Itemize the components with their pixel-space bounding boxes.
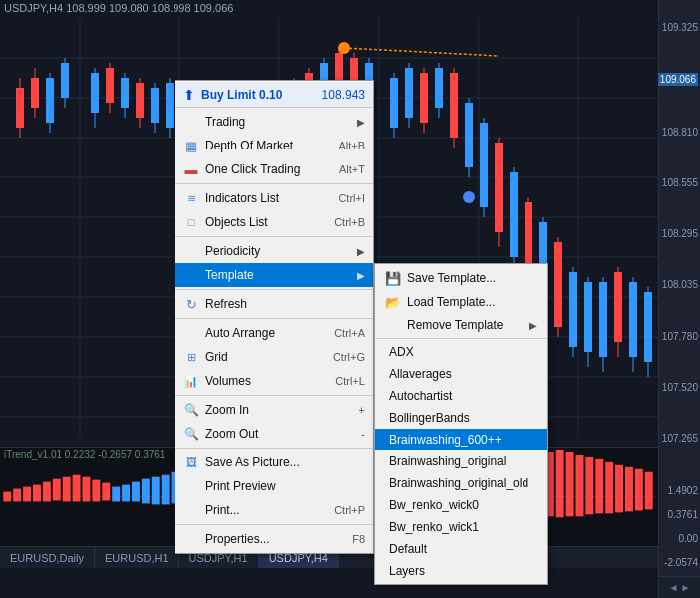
- menu-item-auto-arrange[interactable]: Auto Arrange Ctrl+A: [175, 321, 373, 345]
- menu-item-save-picture[interactable]: 🖼 Save As Picture...: [175, 450, 373, 474]
- submenu-layers[interactable]: Layers: [375, 560, 547, 582]
- svg-rect-96: [629, 282, 637, 357]
- context-menu: ⬆ Buy Limit 0.10 108.943 Trading ▶ ▦ Dep…: [175, 80, 374, 554]
- svg-rect-94: [614, 272, 622, 342]
- remove-template-arrow-icon: ▶: [529, 320, 537, 331]
- menu-item-trading[interactable]: Trading ▶: [175, 110, 373, 134]
- submenu-brainwashing-orig[interactable]: Brainwashing_original: [375, 450, 547, 472]
- svg-rect-115: [152, 477, 160, 505]
- svg-rect-67: [420, 73, 428, 123]
- indicator-axis: 1.4902 0.3761 0.00 -2.0574: [658, 476, 700, 576]
- zoom-in-label: Zoom In: [205, 403, 353, 417]
- print-preview-label: Print Preview: [205, 479, 365, 493]
- menu-item-grid[interactable]: ⊞ Grid Ctrl+G: [175, 345, 373, 369]
- zoom-out-shortcut: -: [361, 428, 365, 440]
- layers-label: Layers: [385, 564, 425, 578]
- ind-price-2: 0.3761: [667, 509, 698, 520]
- properties-label: Properties...: [205, 532, 346, 546]
- depth-icon: ▦: [183, 138, 199, 153]
- menu-item-periodicity[interactable]: Periodicity ▶: [175, 239, 373, 263]
- submenu-adx[interactable]: ADX: [375, 341, 547, 363]
- refresh-label: Refresh: [205, 297, 365, 311]
- grid-icon: ⊞: [183, 349, 199, 365]
- save-picture-icon: 🖼: [183, 454, 199, 470]
- menu-item-objects[interactable]: □ Objects List Ctrl+B: [175, 210, 373, 234]
- grid-label: Grid: [205, 350, 327, 364]
- svg-rect-23: [61, 63, 69, 98]
- svg-rect-108: [83, 477, 91, 502]
- menu-item-depth[interactable]: ▦ Depth Of Market Alt+B: [175, 134, 373, 157]
- bw-renko0-label: Bw_renko_wick0: [385, 498, 479, 512]
- save-template-icon: 💾: [385, 270, 401, 286]
- price-109325: 109.325: [662, 22, 698, 33]
- svg-rect-153: [625, 467, 633, 512]
- indicators-shortcut: Ctrl+I: [338, 192, 365, 204]
- submenu-brainwashing600[interactable]: Brainwashing_600++: [375, 429, 547, 450]
- svg-rect-31: [136, 83, 144, 118]
- print-preview-icon: [183, 478, 199, 494]
- scroll-left-btn[interactable]: ◄: [669, 582, 679, 593]
- menu-item-zoom-out[interactable]: 🔍 Zoom Out -: [175, 422, 373, 446]
- submenu-bw-renko0[interactable]: Bw_renko_wick0: [375, 494, 547, 516]
- svg-rect-65: [405, 68, 413, 118]
- menu-item-indicators[interactable]: ≋ Indicators List Ctrl+I: [175, 186, 373, 210]
- zoom-out-label: Zoom Out: [205, 427, 355, 441]
- template-label: Template: [205, 268, 351, 282]
- menu-item-print-preview[interactable]: Print Preview: [175, 474, 373, 498]
- auto-arrange-shortcut: Ctrl+A: [334, 327, 365, 339]
- svg-rect-75: [480, 123, 488, 207]
- menu-item-refresh[interactable]: ↻ Refresh: [175, 292, 373, 316]
- tab-eurusd-daily[interactable]: EURUSD,Daily: [0, 547, 95, 568]
- brainwashing600-label: Brainwashing_600++: [385, 433, 502, 447]
- submenu-remove-template[interactable]: Remove Template ▶: [375, 314, 547, 336]
- submenu-bollinger[interactable]: BollingerBands: [375, 407, 547, 429]
- sep-4: [175, 318, 373, 319]
- svg-rect-63: [390, 78, 398, 128]
- chart-title: USDJPY,H4 108.999 109.080 108.998 109.06…: [4, 2, 233, 14]
- print-label: Print...: [205, 503, 328, 517]
- svg-rect-33: [151, 88, 159, 123]
- depth-shortcut: Alt+B: [338, 140, 365, 151]
- svg-rect-104: [43, 482, 51, 502]
- svg-rect-116: [162, 475, 170, 505]
- submenu-allaverages[interactable]: Allaverages: [375, 363, 547, 385]
- svg-rect-112: [122, 485, 130, 502]
- periodicity-label: Periodicity: [205, 244, 351, 258]
- svg-rect-113: [132, 482, 140, 502]
- svg-rect-92: [599, 282, 607, 357]
- menu-item-template[interactable]: Template ▶ 💾 Save Template... 📂 Load Tem…: [175, 263, 373, 287]
- tab-eurusd-h1[interactable]: EURUSD,H1: [95, 547, 179, 568]
- submenu-default[interactable]: Default: [375, 538, 547, 560]
- svg-rect-151: [605, 462, 613, 513]
- buy-limit-label: Buy Limit 0.10: [201, 88, 282, 102]
- menu-item-properties[interactable]: Properties... F8: [175, 527, 373, 551]
- submenu-bw-renko1[interactable]: Bw_renko_wick1: [375, 516, 547, 538]
- svg-rect-150: [595, 459, 603, 513]
- svg-rect-148: [576, 455, 584, 516]
- periodicity-icon: [183, 243, 199, 259]
- submenu-autochartist[interactable]: Autochartist: [375, 385, 547, 407]
- allaverages-label: Allaverages: [385, 367, 452, 381]
- sep-2: [175, 236, 373, 237]
- grid-shortcut: Ctrl+G: [333, 351, 365, 363]
- indicators-icon: ≋: [183, 190, 199, 206]
- buy-limit-item[interactable]: ⬆ Buy Limit 0.10 108.943: [175, 83, 373, 108]
- depth-label: Depth Of Market: [205, 139, 332, 152]
- submenu-brainwashing-orig-old[interactable]: Brainwashing_original_old: [375, 472, 547, 494]
- price-107265: 107.265: [662, 433, 698, 444]
- menu-item-print[interactable]: Print... Ctrl+P: [175, 498, 373, 522]
- menu-item-oneclick[interactable]: ▬ One Click Trading Alt+T: [175, 157, 373, 181]
- price-107520: 107.520: [662, 382, 698, 393]
- svg-rect-17: [16, 88, 24, 128]
- menu-item-volumes[interactable]: 📊 Volumes Ctrl+L: [175, 369, 373, 393]
- svg-rect-107: [73, 475, 81, 502]
- svg-rect-80: [510, 172, 518, 257]
- submenu-load-template[interactable]: 📂 Load Template...: [375, 290, 547, 314]
- menu-item-zoom-in[interactable]: 🔍 Zoom In +: [175, 398, 373, 422]
- svg-line-61: [344, 48, 499, 56]
- scroll-right-btn[interactable]: ►: [681, 582, 691, 593]
- submenu-save-template[interactable]: 💾 Save Template...: [375, 266, 547, 290]
- svg-rect-29: [121, 78, 129, 108]
- svg-rect-111: [112, 487, 120, 502]
- scroll-area: ◄ ►: [658, 576, 700, 598]
